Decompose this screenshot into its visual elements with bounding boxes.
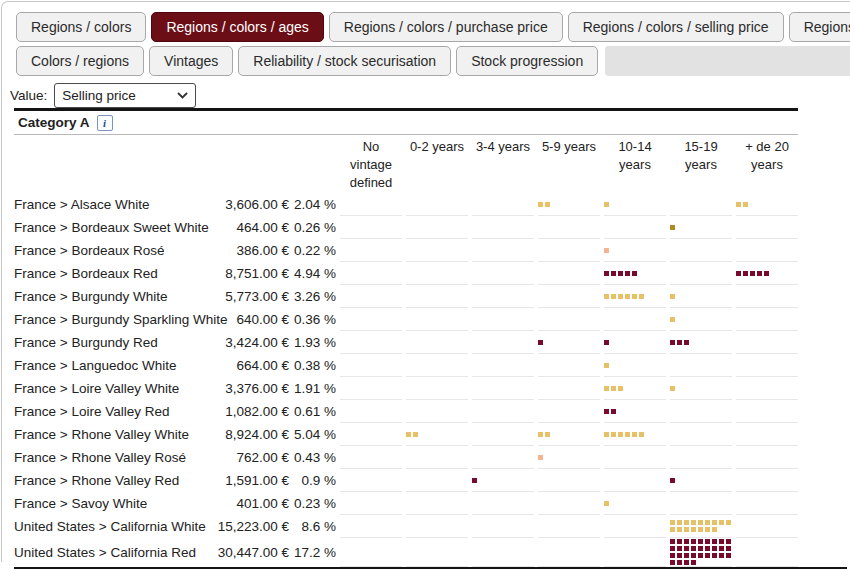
age-cell [340, 492, 402, 515]
table-row: France > Rhone Valley Rosé762.00 €0.43 % [14, 446, 798, 469]
age-cell [736, 354, 798, 377]
age-cell [406, 492, 468, 515]
value-select[interactable]: Selling price [54, 83, 196, 108]
row-percent: 0.36 % [289, 312, 336, 327]
age-cell [406, 285, 468, 308]
stock-dot [726, 520, 731, 525]
age-cell [604, 377, 666, 400]
stock-dot [632, 294, 637, 299]
row-value: 8,751.00 €4.94 % [210, 266, 336, 281]
value-select-text: Selling price [62, 88, 136, 103]
age-cell [670, 469, 732, 492]
age-cell [472, 400, 534, 423]
row-label: France > Bordeaux Red [14, 266, 206, 281]
stock-dot [670, 294, 675, 299]
tab-regions-colors-ages[interactable]: Regions / colors / ages [151, 12, 323, 42]
age-cell [604, 193, 666, 216]
age-cell [472, 239, 534, 262]
tab-colors-regions[interactable]: Colors / regions [16, 46, 144, 76]
column-header-no-vintage-defined: No vintage defined [340, 138, 402, 192]
stock-dot [719, 553, 724, 558]
age-cell [538, 515, 600, 538]
stock-dot [712, 546, 717, 551]
age-cell [340, 216, 402, 239]
age-cell [670, 193, 732, 216]
stock-dot [618, 432, 623, 437]
stock-dot [757, 271, 762, 276]
row-amount: 5,773.00 € [225, 289, 289, 304]
tab-reliability-stock-securisation[interactable]: Reliability / stock securisation [238, 46, 451, 76]
stock-dot [670, 340, 675, 345]
age-cell [538, 308, 600, 331]
age-cell [670, 400, 732, 423]
info-icon[interactable]: i [97, 115, 113, 131]
tab-regions-colors[interactable]: Regions / colors [16, 12, 146, 42]
stock-dot [705, 553, 710, 558]
age-cell [406, 469, 468, 492]
table-row: France > Burgundy Red3,424.00 €1.93 % [14, 331, 798, 354]
row-amount: 8,924.00 € [225, 427, 289, 442]
table-row: France > Rhone Valley White8,924.00 €5.0… [14, 423, 798, 446]
row-value: 762.00 €0.43 % [210, 450, 336, 465]
stock-dot [691, 520, 696, 525]
age-cell [670, 423, 732, 446]
stock-dot [604, 363, 609, 368]
stock-dot [712, 520, 717, 525]
report-table-body: France > Alsace White3,606.00 €2.04 %Fra… [14, 193, 798, 567]
age-cell [472, 492, 534, 515]
row-percent: 0.38 % [289, 358, 336, 373]
age-cell [340, 262, 402, 285]
age-cell [670, 377, 732, 400]
row-value: 30,447.00 €17.2 % [210, 545, 336, 560]
stock-dot [611, 432, 616, 437]
age-cell [472, 193, 534, 216]
age-cell [670, 308, 732, 331]
tab-vintages[interactable]: Vintages [149, 46, 233, 76]
row-amount: 1,591.00 € [225, 473, 289, 488]
tab-stock-progression[interactable]: Stock progression [456, 46, 598, 76]
stock-dot [750, 271, 755, 276]
age-cell [736, 308, 798, 331]
chevron-down-icon [177, 92, 188, 99]
stock-dot [677, 553, 682, 558]
stock-dot [719, 539, 724, 544]
table-row: United States > California Red30,447.00 … [14, 538, 798, 567]
tab-regions[interactable]: Regions / [789, 12, 850, 42]
stock-dot [698, 553, 703, 558]
row-value: 640.00 €0.36 % [210, 312, 336, 327]
age-cell [604, 538, 666, 567]
stock-dot [604, 432, 609, 437]
row-amount: 30,447.00 € [218, 545, 289, 560]
stock-dot [545, 202, 550, 207]
stock-dot [677, 520, 682, 525]
stock-dot [545, 432, 550, 437]
age-cell [406, 423, 468, 446]
column-header-3-4-years: 3-4 years [472, 138, 534, 156]
stock-dot [618, 294, 623, 299]
age-cell [538, 446, 600, 469]
row-amount: 3,606.00 € [225, 197, 289, 212]
age-cell [670, 538, 732, 567]
age-cell [406, 446, 468, 469]
age-cell [736, 262, 798, 285]
age-cell [604, 469, 666, 492]
tab-regions-colors-selling-price[interactable]: Regions / colors / selling price [568, 12, 784, 42]
table-row: France > Bordeaux Rosé386.00 €0.22 % [14, 239, 798, 262]
age-cell [406, 262, 468, 285]
table-row: France > Alsace White3,606.00 €2.04 % [14, 193, 798, 216]
stock-dot [698, 527, 703, 532]
row-value: 386.00 €0.22 % [210, 243, 336, 258]
age-cell [406, 331, 468, 354]
stock-dot [604, 340, 609, 345]
stock-dot [670, 225, 675, 230]
tab-regions-colors-purchase-price[interactable]: Regions / colors / purchase price [329, 12, 563, 42]
table-row: France > Loire Valley Red1,082.00 €0.61 … [14, 400, 798, 423]
age-cell [736, 216, 798, 239]
age-cell [406, 308, 468, 331]
row-label: France > Languedoc White [14, 358, 206, 373]
age-cell [406, 515, 468, 538]
stock-dot [604, 501, 609, 506]
row-value: 3,606.00 €2.04 % [210, 197, 336, 212]
age-cell [340, 193, 402, 216]
age-cell [538, 262, 600, 285]
